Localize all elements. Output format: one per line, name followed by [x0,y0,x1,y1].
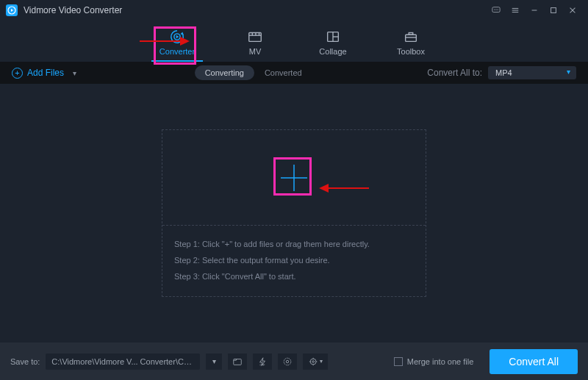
convert-all-to-label: Convert All to: [427,68,482,78]
tab-label: Collage [319,47,346,56]
convert-all-button[interactable]: Convert All [490,349,578,374]
segment-converting[interactable]: Converting [195,65,254,80]
tab-label: MV [249,47,262,56]
segment-converted[interactable]: Converted [254,65,312,80]
high-speed-button[interactable] [278,354,297,370]
plus-circle-icon: + [12,68,23,79]
checkbox-icon [394,357,403,366]
svg-point-38 [310,359,316,365]
svg-point-3 [494,10,495,10]
toolbar: + Add Files ▾ Converting Converted Conve… [0,62,588,84]
status-segment: Converting Converted [195,65,312,80]
svg-point-4 [495,10,496,10]
hardware-accel-button[interactable]: OFF [253,354,272,370]
add-files-dropdown[interactable]: ▾ [70,69,79,77]
add-files-plus[interactable] [278,162,310,194]
instruction-step-1: Step 1: Click "+" to add files or drag t… [174,236,414,252]
svg-point-5 [498,10,498,10]
maximize-button[interactable] [544,0,563,21]
app-logo [6,4,18,16]
svg-point-39 [312,360,315,362]
merge-checkbox[interactable]: Merge into one file [394,357,474,366]
tab-mv[interactable]: MV [229,29,281,62]
svg-marker-13 [181,32,184,36]
instruction-step-2: Step 2: Select the output format you des… [174,252,414,268]
convert-all-to: Convert All to: MP4 [427,66,576,79]
mv-icon [247,29,263,45]
svg-marker-15 [176,35,179,39]
save-to-label: Save to: [10,357,40,366]
close-button[interactable] [563,0,582,21]
svg-point-37 [287,360,290,363]
tab-converter[interactable]: Converter [151,29,203,62]
minimize-button[interactable] [525,0,544,21]
tab-toolbox[interactable]: Toolbox [385,29,437,62]
svg-rect-24 [406,35,417,41]
svg-text:OFF: OFF [260,364,265,367]
svg-point-36 [284,358,292,365]
footer-bar: Save to: C:\Vidmore\Vidmore V... Convert… [0,343,588,380]
menu-icon[interactable] [506,0,525,21]
output-format-select[interactable]: MP4 [488,66,576,79]
add-files-button[interactable]: + Add Files [12,68,64,79]
main-area: Step 1: Click "+" to add files or drag t… [0,84,588,343]
drop-zone[interactable] [162,130,426,226]
svg-marker-1 [11,9,13,12]
tab-label: Toolbox [397,47,425,56]
svg-rect-25 [409,33,413,35]
feedback-icon[interactable] [487,0,506,21]
title-bar: Vidmore Video Converter [0,0,588,21]
svg-rect-33 [234,359,242,365]
add-files-label: Add Files [27,68,64,78]
converter-icon [169,29,185,45]
tab-label: Converter [159,47,195,56]
collage-icon [325,29,341,45]
settings-button[interactable]: ▾ [303,354,328,370]
open-folder-button[interactable] [228,354,247,370]
save-to-path[interactable]: C:\Vidmore\Vidmore V... Converter\Conver… [46,354,200,370]
instructions: Step 1: Click "+" to add files or drag t… [162,226,426,296]
tab-collage[interactable]: Collage [307,29,359,62]
toolbox-icon [403,29,419,45]
drop-panel: Step 1: Click "+" to add files or drag t… [162,129,426,297]
main-nav: Converter MV Collage Toolbox [0,21,588,62]
svg-rect-10 [551,8,556,13]
save-to-dropdown[interactable]: ▾ [206,354,222,370]
instruction-step-3: Step 3: Click "Convert All" to start. [174,268,414,284]
app-title: Vidmore Video Converter [24,5,122,15]
merge-label: Merge into one file [407,357,474,366]
